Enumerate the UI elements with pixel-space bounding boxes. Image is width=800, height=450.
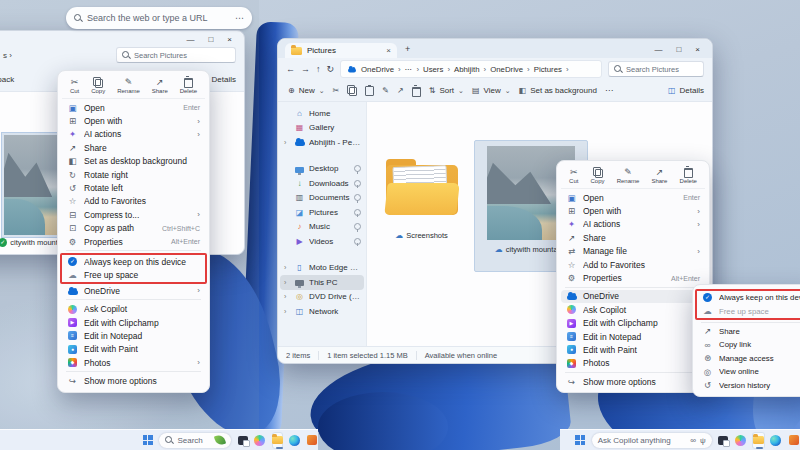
menu-item-onedrive[interactable]: OneDrive› <box>561 290 705 303</box>
menu-item-version-history[interactable]: ↺Version history <box>697 378 800 391</box>
sidebar-item-dvd-drive-d-ccc[interactable]: ›◎DVD Drive (D:) CCC <box>280 290 364 305</box>
sidebar-item-downloads[interactable]: ↓Downloads <box>280 176 364 191</box>
menu-item-always-keep-on-this-device[interactable]: ✓Always keep on this device <box>62 255 205 268</box>
toolbar-copy-icon[interactable] <box>347 85 357 96</box>
menu-item-edit-in-notepad[interactable]: ≡Edit in Notepad <box>561 330 705 343</box>
toolbar-set-as-background[interactable]: ◧Set as background <box>519 86 597 95</box>
menu-item-share[interactable]: ↗Share <box>697 325 800 338</box>
toolbar-new[interactable]: ⊕New⌄ <box>288 86 325 95</box>
maximize-button[interactable]: □ <box>676 45 681 54</box>
set-as-background-button[interactable]: ◧ Set as back <box>0 75 14 84</box>
folder-tile-screenshots[interactable]: ☁ Screenshots <box>374 147 469 267</box>
breadcrumb-item-onedrive[interactable]: OneDrive <box>490 65 523 74</box>
menu-item-ai-actions[interactable]: ✦AI actions› <box>62 128 205 141</box>
close-button[interactable]: × <box>227 35 232 44</box>
menu-item-free-up-space[interactable]: ☁Free up space <box>697 304 800 317</box>
menu-item-manage-access[interactable]: ⊛Manage access <box>697 352 800 365</box>
menu-item-copy-link[interactable]: ∞Copy link <box>697 338 800 351</box>
toolbar-delete-icon[interactable] <box>412 85 421 97</box>
sidebar-item-network[interactable]: ›◫Network <box>280 304 364 319</box>
more-icon[interactable]: ⋯ <box>235 13 244 23</box>
sidebar-item-music[interactable]: ♪Music <box>280 220 364 235</box>
menu-item-free-up-space[interactable]: ☁Free up space <box>62 269 205 282</box>
menu-item-open-with[interactable]: ⊞Open with› <box>561 204 705 217</box>
menu-item-add-to-favorites[interactable]: ☆Add to Favorites <box>62 195 205 208</box>
breadcrumb-item-pictures[interactable]: Pictures <box>534 65 562 74</box>
breadcrumb-item-onedrive[interactable]: OneDrive <box>361 65 394 74</box>
taskbar-search[interactable]: Search <box>159 433 230 448</box>
menu-item-edit-with-clipchamp[interactable]: ▶Edit with Clipchamp <box>62 316 205 329</box>
menu-item-properties[interactable]: ⚙PropertiesAlt+Enter <box>62 235 205 248</box>
new-tab-button[interactable]: + <box>405 44 410 54</box>
menu-item-share[interactable]: ↗Share <box>62 141 205 154</box>
edge-app-icon[interactable] <box>770 432 783 449</box>
menu-item-properties[interactable]: ⚙PropertiesAlt+Enter <box>561 271 705 284</box>
breadcrumb[interactable]: OneDrive›⋯›Users›Abhijith›OneDrive›Pictu… <box>340 60 602 78</box>
menu-item-share[interactable]: ↗Share <box>561 231 705 244</box>
toolbar-share-icon[interactable]: ↗ <box>397 86 404 95</box>
file-explorer-app-icon[interactable] <box>272 432 283 449</box>
menu-item-ai-actions[interactable]: ✦AI actions› <box>561 218 705 231</box>
menu-item-set-as-desktop-background[interactable]: ◧Set as desktop background <box>62 155 205 168</box>
menu-action-rename[interactable]: ✎Rename <box>117 77 140 94</box>
menu-item-always-keep-on-this-device[interactable]: ✓Always keep on this device <box>697 291 800 304</box>
menu-action-delete[interactable]: Delete <box>180 77 197 94</box>
toolbar-sort[interactable]: ⇅Sort⌄ <box>429 86 464 95</box>
close-button[interactable]: × <box>695 45 700 54</box>
edge-app-icon[interactable] <box>289 432 300 449</box>
search-input[interactable]: Search Pictures <box>608 61 704 77</box>
toolbar-view[interactable]: ▤View⌄ <box>472 86 511 95</box>
up-icon[interactable]: ↑ <box>316 64 321 74</box>
sidebar-item-pictures[interactable]: ◪Pictures <box>280 205 364 220</box>
office-app-icon[interactable] <box>307 432 318 449</box>
sidebar-item-videos[interactable]: ▶Videos <box>280 234 364 249</box>
menu-item-edit-in-notepad[interactable]: ≡Edit in Notepad <box>62 329 205 342</box>
maximize-button[interactable]: □ <box>208 35 213 44</box>
menu-item-add-to-favorites[interactable]: ☆Add to Favorites <box>561 258 705 271</box>
menu-action-share[interactable]: ↗Share <box>152 77 168 94</box>
breadcrumb-item-abhijith[interactable]: Abhijith <box>454 65 480 74</box>
mic-icon[interactable]: ψ <box>700 436 706 445</box>
task-view-button[interactable] <box>237 432 248 449</box>
refresh-icon[interactable]: ↻ <box>327 64 335 74</box>
file-explorer-app-icon[interactable] <box>752 432 765 449</box>
copilot-search[interactable]: Ask Copilot anything ∞ ψ <box>592 433 712 448</box>
minimize-button[interactable]: — <box>654 45 662 54</box>
minimize-button[interactable]: — <box>186 35 194 44</box>
details-button[interactable]: ◫Details <box>668 86 704 95</box>
menu-item-ask-copilot[interactable]: Ask Copilot <box>62 302 205 315</box>
menu-action-cut[interactable]: ✂Cut <box>569 167 578 184</box>
menu-item-onedrive[interactable]: OneDrive› <box>62 284 205 297</box>
search-input[interactable]: Search Pictures <box>116 47 236 63</box>
sidebar-item-documents[interactable]: ▥Documents <box>280 191 364 206</box>
task-view-button[interactable] <box>717 432 730 449</box>
toolbar-scissors-icon[interactable]: ✂ <box>333 86 340 95</box>
menu-action-rename[interactable]: ✎Rename <box>617 167 640 184</box>
toolbar-rename-icon[interactable]: ✎ <box>382 86 389 95</box>
menu-item-open[interactable]: ▣OpenEnter <box>561 191 705 204</box>
start-button[interactable] <box>142 432 153 449</box>
back-icon[interactable]: ← <box>286 64 295 74</box>
toolbar-[interactable]: ⋯ <box>605 86 613 95</box>
menu-action-copy[interactable]: Copy <box>591 167 605 184</box>
menu-action-delete[interactable]: Delete <box>680 167 697 184</box>
menu-item-rotate-right[interactable]: ↻Rotate right <box>62 168 205 181</box>
sidebar-item-home[interactable]: ⌂Home <box>280 106 364 121</box>
breadcrumb-item-users[interactable]: Users <box>423 65 443 74</box>
menu-item-rotate-left[interactable]: ↺Rotate left <box>62 181 205 194</box>
menu-item-edit-with-paint[interactable]: ●Edit with Paint <box>561 343 705 356</box>
menu-item-show-more-options[interactable]: ↪Show more options <box>561 375 705 388</box>
sidebar-item-desktop[interactable]: Desktop <box>280 162 364 177</box>
menu-item-open[interactable]: ▣OpenEnter <box>62 101 205 114</box>
tab-close-icon[interactable]: × <box>386 46 391 55</box>
toolbar-paste-icon[interactable] <box>365 86 374 96</box>
desktop-search-bar[interactable]: Search the web or type a URL ⋯ <box>66 7 252 29</box>
menu-item-photos[interactable]: ◆Photos› <box>561 357 705 370</box>
menu-item-open-with[interactable]: ⊞Open with› <box>62 114 205 127</box>
sidebar-item-moto-edge-50-neo[interactable]: ›▯Moto Edge 50 Neo <box>280 261 364 276</box>
menu-action-share[interactable]: ↗Share <box>651 167 667 184</box>
sidebar-item-abhijith-personal[interactable]: ›Abhijith - Personal <box>280 135 364 150</box>
sidebar-item-gallery[interactable]: ▦Gallery <box>280 121 364 136</box>
menu-item-view-online[interactable]: ◎View online <box>697 365 800 378</box>
menu-item-copy-as-path[interactable]: ⊡Copy as pathCtrl+Shift+C <box>62 222 205 235</box>
